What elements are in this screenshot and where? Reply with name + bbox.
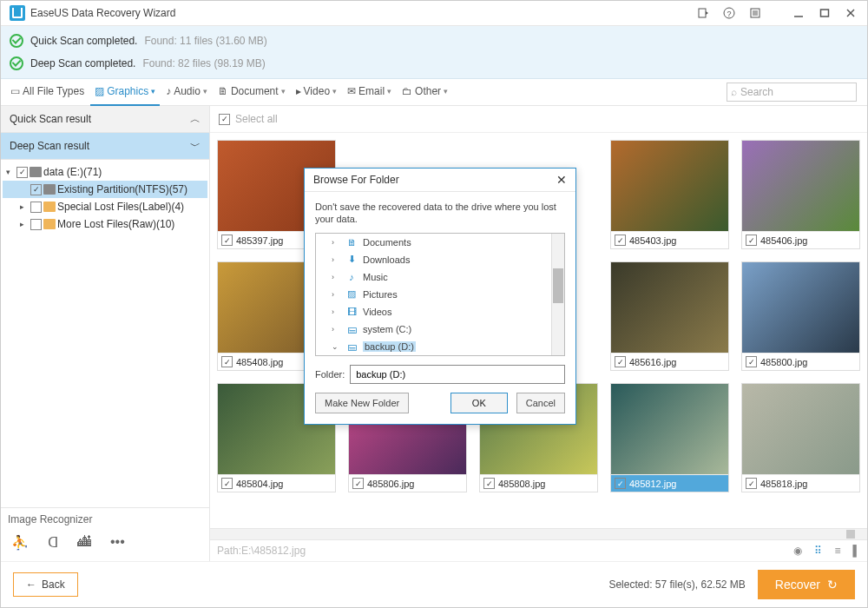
- folder-tree-item[interactable]: ›♪Music: [316, 268, 564, 286]
- tree-node-existing-partition[interactable]: ✓ Existing Partition(NTFS)(57): [3, 181, 207, 198]
- close-button[interactable]: [838, 3, 864, 23]
- thumbnail[interactable]: ✓485403.jpg: [610, 140, 729, 249]
- thumbnail[interactable]: ✓485616.jpg: [610, 261, 729, 371]
- thumbnail-filename: 485403.jpg: [629, 235, 676, 246]
- thumbnail-checkbox[interactable]: ✓: [352, 478, 364, 489]
- thumbnail[interactable]: ✓485818.jpg: [741, 383, 860, 492]
- thumbnail-checkbox[interactable]: ✓: [746, 356, 757, 367]
- expand-icon[interactable]: ›: [332, 290, 340, 299]
- list-view-icon[interactable]: ≡: [834, 545, 840, 557]
- svg-rect-0: [699, 9, 706, 17]
- folder-item-label: Music: [363, 272, 388, 282]
- thumbnail-checkbox[interactable]: ✓: [615, 356, 626, 367]
- folder-tree-item[interactable]: ›🖴system (C:): [316, 321, 564, 338]
- thumbnail-filename: 485397.jpg: [236, 235, 283, 246]
- folder-item-icon: 🗎: [345, 237, 358, 248]
- thumbnail-checkbox[interactable]: ✓: [746, 478, 757, 489]
- thumbnail-checkbox[interactable]: ✓: [221, 478, 233, 489]
- collapse-icon[interactable]: ⌄: [332, 342, 340, 351]
- checkbox[interactable]: [30, 219, 42, 230]
- recognizer-more-icon[interactable]: •••: [110, 534, 125, 551]
- folder-item-icon: ▨: [345, 288, 358, 300]
- thumbnail-filename: 485818.jpg: [760, 479, 807, 489]
- thumbnail-filename: 485406.jpg: [760, 235, 807, 246]
- expand-icon[interactable]: ›: [332, 325, 340, 334]
- dialog-close-button[interactable]: ✕: [556, 173, 567, 187]
- filetype-other[interactable]: 🗀Other▾: [398, 78, 452, 106]
- checkbox[interactable]: ✓: [30, 184, 42, 195]
- filetype-email[interactable]: ✉Email▾: [343, 78, 396, 106]
- folder-item-label: Videos: [363, 307, 391, 317]
- thumbnail-checkbox[interactable]: ✓: [483, 478, 495, 489]
- tree-node-special-lost[interactable]: ▸ Special Lost Files(Label)(4): [3, 198, 207, 215]
- thumbnail-checkbox[interactable]: ✓: [746, 235, 757, 246]
- folder-item-icon: 🎞: [345, 307, 358, 317]
- expand-icon[interactable]: ›: [332, 307, 340, 316]
- folder-tree-item[interactable]: ›⬇Downloads: [316, 251, 564, 268]
- thumbnail-filename: 485812.jpg: [629, 479, 676, 489]
- cancel-button[interactable]: Cancel: [516, 393, 565, 413]
- titlebar: EaseUS Data Recovery Wizard ?: [1, 1, 867, 26]
- window-title: EaseUS Data Recovery Wizard: [30, 7, 175, 19]
- thumbnail[interactable]: ✓485812.jpg: [610, 383, 729, 492]
- deep-scan-panel-header[interactable]: Deep Scan result ﹀: [1, 133, 209, 160]
- vertical-scrollbar[interactable]: [551, 234, 564, 355]
- recognizer-animal-icon[interactable]: ᗡ: [48, 534, 58, 551]
- ok-button[interactable]: OK: [450, 393, 508, 413]
- folder-tree-item[interactable]: ›▨Pictures: [316, 286, 564, 303]
- maximize-button[interactable]: [812, 3, 838, 23]
- menu-icon[interactable]: [742, 3, 768, 23]
- collapse-icon[interactable]: ▾: [6, 168, 15, 176]
- checkbox[interactable]: [30, 202, 42, 213]
- horizontal-scrollbar[interactable]: [210, 528, 867, 539]
- back-button[interactable]: ← Back: [13, 572, 78, 597]
- thumbnail-checkbox[interactable]: ✓: [221, 356, 233, 367]
- grid-view-icon[interactable]: ⠿: [814, 545, 822, 557]
- select-all-checkbox[interactable]: ✓: [219, 114, 230, 125]
- make-new-folder-button[interactable]: Make New Folder: [315, 393, 409, 413]
- thumbnail-image: [742, 262, 859, 353]
- filetype-video[interactable]: ▸Video▾: [292, 78, 341, 106]
- quick-scan-count: Found: 11 files (31.60 MB): [144, 35, 266, 47]
- recognizer-person-icon[interactable]: ⛹: [11, 534, 29, 551]
- expand-icon[interactable]: ›: [332, 255, 340, 264]
- deep-scan-status: Deep Scan completed.: [30, 57, 135, 69]
- minimize-button[interactable]: [786, 3, 812, 23]
- recognizer-building-icon[interactable]: 🏙: [77, 534, 91, 551]
- thumbnail-checkbox[interactable]: ✓: [615, 235, 626, 246]
- folder-tree-item[interactable]: ⌄🖴backup (D:): [316, 338, 564, 355]
- filetype-document[interactable]: 🗎Document▾: [214, 78, 290, 106]
- thumbnail[interactable]: ✓485800.jpg: [741, 261, 860, 371]
- image-recognizer-label: Image Recognizer: [8, 513, 202, 525]
- drive-icon: [43, 184, 56, 195]
- thumbnail-checkbox[interactable]: ✓: [221, 235, 233, 246]
- select-all-row[interactable]: ✓ Select all: [210, 106, 867, 133]
- thumbnail[interactable]: ✓485406.jpg: [741, 140, 860, 249]
- folder-tree-item[interactable]: ›🎞Videos: [316, 303, 564, 321]
- thumbnail-filename: 485800.jpg: [760, 357, 807, 367]
- expand-icon[interactable]: ▸: [20, 202, 29, 211]
- checkbox[interactable]: ✓: [16, 167, 28, 178]
- expand-icon[interactable]: ›: [332, 238, 340, 247]
- thumbnail-checkbox[interactable]: ✓: [615, 478, 626, 489]
- help-icon[interactable]: ?: [716, 3, 742, 23]
- filetype-all[interactable]: ▭All File Types: [6, 78, 89, 106]
- thumbnail-image: [611, 384, 728, 474]
- expand-icon[interactable]: ▸: [20, 220, 29, 228]
- detail-view-icon[interactable]: ▌: [852, 545, 860, 557]
- dialog-title: Browse For Folder: [313, 174, 399, 186]
- filetype-audio[interactable]: ♪Audio▾: [161, 78, 212, 106]
- folder-tree-item[interactable]: ›🗎Documents: [316, 234, 564, 251]
- filetype-graphics[interactable]: ▨Graphics▾: [90, 78, 160, 106]
- folder-item-label: backup (D:): [363, 341, 416, 352]
- expand-icon[interactable]: ›: [332, 273, 340, 281]
- preview-icon[interactable]: ◉: [793, 545, 802, 557]
- recover-button[interactable]: Recover ↻: [758, 570, 855, 599]
- tree-node-root[interactable]: ▾ ✓ data (E:)(71): [3, 163, 207, 181]
- search-input[interactable]: ⌕ Search: [727, 83, 857, 102]
- import-icon[interactable]: [690, 3, 716, 23]
- tree-node-more-lost[interactable]: ▸ More Lost Files(Raw)(10): [3, 215, 207, 233]
- quick-scan-panel-header[interactable]: Quick Scan result ︿: [1, 106, 209, 133]
- thumbnail-filename: 485408.jpg: [236, 357, 283, 367]
- folder-input[interactable]: [350, 365, 565, 384]
